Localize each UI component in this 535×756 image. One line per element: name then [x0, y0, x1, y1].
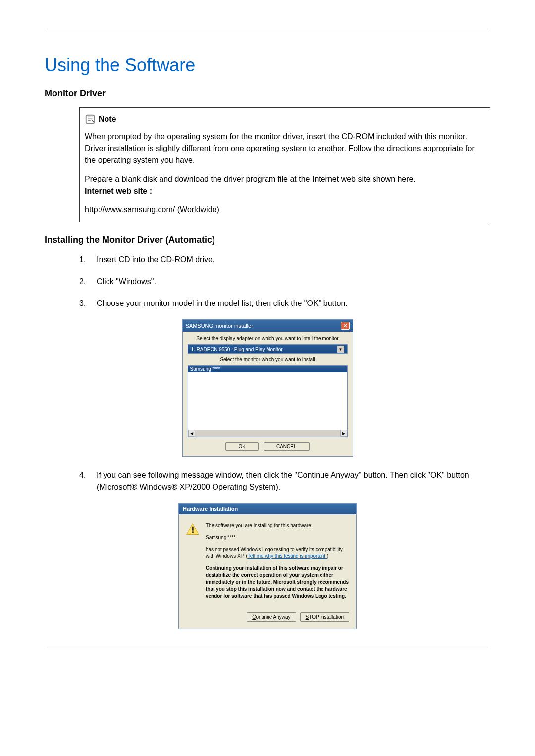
- dialog2-p3: has not passed Windows Logo testing to v…: [206, 546, 349, 560]
- stop-installation-button[interactable]: STOP Installation: [300, 612, 349, 622]
- cancel-button[interactable]: CANCEL: [264, 442, 310, 451]
- svg-rect-1: [192, 527, 194, 531]
- note-header: Note: [85, 114, 485, 125]
- logo-testing-link[interactable]: Tell me why this testing is important.: [248, 554, 327, 559]
- step-1: 1. Insert CD into the CD-ROM drive.: [79, 254, 490, 266]
- adapter-select[interactable]: 1. RADEON 9550 : Plug and Play Monitor ▼: [188, 344, 348, 354]
- dialog1-title: SAMSUNG monitor installer: [186, 323, 253, 329]
- install-steps: 1. Insert CD into the CD-ROM drive. 2. C…: [79, 254, 490, 309]
- step-num: 1.: [79, 254, 97, 266]
- step-4: 4. If you can see following message wind…: [79, 469, 490, 493]
- step-3: 3. Choose your monitor model in the mode…: [79, 298, 490, 309]
- internet-label: Internet web site :: [85, 187, 152, 195]
- screenshot-1: SAMSUNG monitor installer ✕ Select the d…: [45, 319, 490, 457]
- note-box: Note When prompted by the operating syst…: [79, 107, 490, 222]
- footer-divider: [45, 647, 490, 647]
- dialog2-p1: The software you are installing for this…: [206, 522, 349, 529]
- dialog1-buttons: OK CANCEL: [188, 442, 348, 451]
- close-icon[interactable]: ✕: [341, 322, 350, 330]
- horizontal-scrollbar[interactable]: ◀ ▶: [188, 430, 347, 437]
- step-text: If you can see following message window,…: [97, 469, 490, 493]
- dialog1-label-1: Select the display adapter on which you …: [188, 336, 348, 341]
- stop-label: TOP Installation: [309, 614, 344, 620]
- dialog2-body: The software you are installing for this…: [179, 514, 356, 612]
- dialog1-titlebar: SAMSUNG monitor installer ✕: [183, 320, 353, 332]
- samsung-installer-dialog: SAMSUNG monitor installer ✕ Select the d…: [182, 319, 353, 457]
- scroll-right-icon[interactable]: ▶: [340, 430, 347, 437]
- dialog2-buttons: Continue Anyway STOP Installation: [179, 612, 356, 629]
- adapter-select-value: 1. RADEON 9550 : Plug and Play Monitor: [191, 347, 283, 352]
- warning-icon: [186, 522, 200, 536]
- hardware-installation-dialog: Hardware Installation The software you a…: [178, 503, 357, 629]
- url-text: http://www.samsung.com/ (Worldwide): [85, 204, 485, 216]
- note-paragraph-1: When prompted by the operating system fo…: [85, 131, 485, 166]
- dialog2-text: The software you are installing for this…: [206, 522, 349, 605]
- step-text: Choose your monitor model in the model l…: [97, 298, 490, 309]
- dialog1-label-2: Select the monitor which you want to ins…: [188, 357, 348, 362]
- section-monitor-driver: Monitor Driver: [45, 88, 490, 99]
- monitor-list[interactable]: Samsung **** ◀ ▶: [188, 365, 348, 437]
- svg-rect-0: [86, 115, 95, 124]
- step-num: 2.: [79, 276, 97, 288]
- dialog2-p4: Continuing your installation of this sof…: [206, 565, 349, 600]
- step-text: Click "Windows".: [97, 276, 490, 288]
- note-label: Note: [99, 115, 116, 124]
- p3b: ): [327, 554, 328, 559]
- chevron-down-icon[interactable]: ▼: [337, 346, 344, 353]
- main-title: Using the Software: [45, 55, 490, 76]
- dialog1-body: Select the display adapter on which you …: [183, 332, 353, 456]
- continue-label: ontinue Anyway: [256, 614, 290, 620]
- note-icon: [85, 114, 96, 125]
- section-installing: Installing the Monitor Driver (Automatic…: [45, 235, 490, 245]
- step-2: 2. Click "Windows".: [79, 276, 490, 288]
- screenshot-2: Hardware Installation The software you a…: [45, 503, 490, 629]
- dialog2-p2: Samsung ****: [206, 534, 349, 541]
- svg-rect-2: [192, 531, 194, 533]
- step-num: 4.: [79, 469, 97, 493]
- step-text: Insert CD into the CD-ROM drive.: [97, 254, 490, 266]
- continue-anyway-button[interactable]: Continue Anyway: [247, 612, 296, 622]
- install-steps-cont: 4. If you can see following message wind…: [79, 469, 490, 493]
- header-divider: [45, 30, 490, 30]
- dialog2-titlebar: Hardware Installation: [179, 504, 356, 514]
- list-item-selected[interactable]: Samsung ****: [188, 366, 347, 372]
- note-p2-text: Prepare a blank disk and download the dr…: [85, 175, 416, 183]
- ok-button[interactable]: OK: [225, 442, 258, 451]
- note-paragraph-2: Prepare a blank disk and download the dr…: [85, 173, 485, 197]
- scroll-left-icon[interactable]: ◀: [188, 430, 195, 437]
- step-num: 3.: [79, 298, 97, 309]
